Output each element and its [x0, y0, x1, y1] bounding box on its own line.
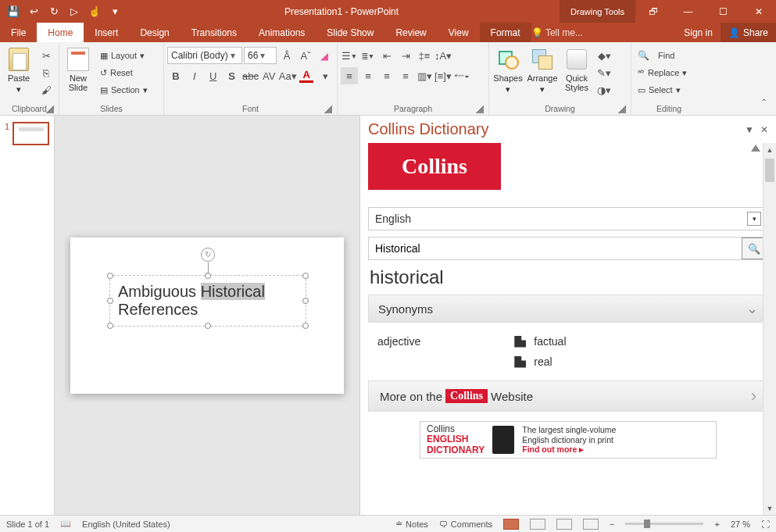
smartart-button[interactable]: ⬳▾	[453, 67, 470, 84]
layout-button[interactable]: ▦ Layout ▾	[97, 47, 151, 64]
tab-format[interactable]: Format	[480, 23, 531, 42]
selection-handle[interactable]	[302, 323, 309, 329]
collins-ad-banner[interactable]: Collins ENGLISH DICTIONARY The largest s…	[420, 421, 717, 459]
decrease-indent-button[interactable]: ⇤	[378, 47, 395, 64]
zoom-in-button[interactable]: +	[714, 520, 719, 529]
tab-transitions[interactable]: Transitions	[181, 23, 248, 42]
font-dialog-launcher[interactable]	[324, 105, 332, 113]
strikethrough-button[interactable]: abc	[242, 67, 259, 84]
selection-handle[interactable]	[205, 273, 211, 279]
synonym-item[interactable]: factual	[514, 335, 566, 348]
tab-animations[interactable]: Animations	[248, 23, 316, 42]
tab-file[interactable]: File	[0, 23, 37, 42]
arrange-button[interactable]: Arrange▾	[527, 47, 558, 95]
tab-view[interactable]: View	[438, 23, 480, 42]
comments-button[interactable]: 🗨 Comments	[439, 520, 492, 529]
selection-handle[interactable]	[302, 298, 309, 304]
customize-qat-dropdown[interactable]: ▾	[106, 3, 123, 20]
shape-outline-button[interactable]: ✎▾	[595, 64, 613, 81]
justify-button[interactable]: ≡	[397, 67, 414, 84]
section-button[interactable]: ▤ Section ▾	[97, 81, 151, 98]
font-color-button[interactable]: A	[298, 67, 315, 84]
zoom-slider-thumb[interactable]	[644, 520, 650, 528]
sign-in-link[interactable]: Sign in	[676, 23, 721, 42]
touch-mouse-mode-button[interactable]: ☝	[86, 3, 103, 20]
language-indicator[interactable]: English (United States)	[82, 520, 170, 529]
maximize-button[interactable]: ☐	[706, 0, 741, 23]
align-text-button[interactable]: [≡]▾	[434, 67, 452, 84]
text-direction-button[interactable]: ↕A▾	[434, 47, 452, 64]
zoom-out-button[interactable]: −	[610, 520, 614, 529]
quick-styles-button[interactable]: Quick Styles	[561, 47, 592, 92]
italic-button[interactable]: I	[186, 67, 203, 84]
fit-to-window-button[interactable]: ⛶	[761, 520, 770, 529]
selection-handle[interactable]	[107, 273, 113, 279]
scroll-down-button[interactable]: ▼	[763, 502, 776, 515]
find-button[interactable]: Find	[635, 47, 703, 64]
align-right-button[interactable]: ≡	[378, 67, 395, 84]
selection-handle[interactable]	[205, 323, 211, 329]
align-center-button[interactable]: ≡	[359, 67, 377, 84]
save-button[interactable]: 💾	[5, 3, 22, 20]
selection-handle[interactable]	[107, 298, 113, 304]
clipboard-dialog-launcher[interactable]	[46, 105, 54, 113]
synonyms-header[interactable]: Synonyms ⌄	[368, 295, 768, 323]
close-button[interactable]: ✕	[741, 0, 776, 23]
tab-insert[interactable]: Insert	[84, 23, 129, 42]
language-dropdown[interactable]: English ▾	[368, 207, 768, 230]
dictionary-search-input[interactable]	[369, 242, 741, 255]
shadow-button[interactable]: S	[224, 67, 241, 84]
format-painter-button[interactable]: 🖌	[38, 81, 55, 98]
selection-handle[interactable]	[302, 273, 309, 279]
bold-button[interactable]: B	[167, 67, 184, 84]
zoom-level[interactable]: 27 %	[731, 520, 750, 529]
taskpane-scrollbar[interactable]: ▲ ▼	[763, 143, 776, 515]
selection-handle[interactable]	[107, 323, 113, 329]
new-slide-button[interactable]: New Slide	[63, 47, 94, 92]
increase-indent-button[interactable]: ⇥	[397, 47, 414, 64]
scroll-thumb[interactable]	[765, 159, 774, 182]
underline-button[interactable]: U	[205, 67, 222, 84]
font-family-combo[interactable]: Calibri (Body)▾	[167, 47, 242, 64]
tab-review[interactable]: Review	[384, 23, 437, 42]
bullets-button[interactable]: ☰▾	[341, 47, 358, 64]
select-button[interactable]: ▭ Select ▾	[635, 81, 703, 98]
drawing-dialog-launcher[interactable]	[618, 105, 626, 113]
synonym-item[interactable]: real	[514, 355, 566, 368]
share-button[interactable]: 👤 Share	[721, 23, 776, 42]
shape-effects-button[interactable]: ◑▾	[595, 81, 613, 98]
redo-button[interactable]: ↻	[45, 3, 63, 20]
zoom-slider[interactable]	[625, 523, 703, 525]
tab-design[interactable]: Design	[129, 23, 180, 42]
slide-thumbnail-1[interactable]: 1	[5, 122, 49, 145]
columns-button[interactable]: ▥▾	[416, 67, 433, 84]
title-textbox[interactable]: ↻ Ambiguous Historical References	[109, 275, 306, 327]
start-from-beginning-button[interactable]: ▷	[66, 3, 83, 20]
shapes-button[interactable]: Shapes▾	[492, 47, 524, 95]
notes-button[interactable]: ≐ Notes	[395, 519, 428, 529]
slide-sorter-view-button[interactable]	[530, 519, 545, 530]
increase-font-button[interactable]: Â	[278, 47, 295, 64]
slide-indicator[interactable]: Slide 1 of 1	[6, 520, 49, 529]
slide[interactable]: ↻ Ambiguous Historical References	[70, 237, 344, 394]
paste-button[interactable]: Paste ▾	[3, 47, 34, 95]
collapse-ribbon-button[interactable]: ˆ	[756, 95, 773, 112]
slide-canvas-area[interactable]: ↻ Ambiguous Historical References	[55, 116, 359, 515]
font-color-dropdown[interactable]: ▾	[316, 67, 334, 84]
copy-button[interactable]: ⎘	[38, 64, 55, 81]
tab-slideshow[interactable]: Slide Show	[316, 23, 384, 42]
char-spacing-button[interactable]: AV	[260, 67, 277, 84]
rotate-handle[interactable]: ↻	[201, 248, 215, 262]
align-left-button[interactable]: ≡	[341, 67, 358, 84]
taskpane-close-button[interactable]: ✕	[760, 124, 768, 135]
reading-view-button[interactable]	[556, 519, 572, 530]
minimize-button[interactable]: —	[671, 0, 706, 23]
slideshow-view-button[interactable]	[583, 519, 599, 530]
more-on-website-button[interactable]: More on the Collins Website ›	[368, 380, 768, 412]
scroll-up-button[interactable]: ▲	[763, 143, 776, 156]
slide-thumbnail-pane[interactable]: 1	[0, 116, 55, 515]
replace-button[interactable]: ᵃᵇReplace ▾	[635, 64, 703, 81]
font-size-combo[interactable]: 66▾	[244, 47, 277, 64]
decrease-font-button[interactable]: Aˇ	[297, 47, 314, 64]
normal-view-button[interactable]	[503, 519, 519, 530]
